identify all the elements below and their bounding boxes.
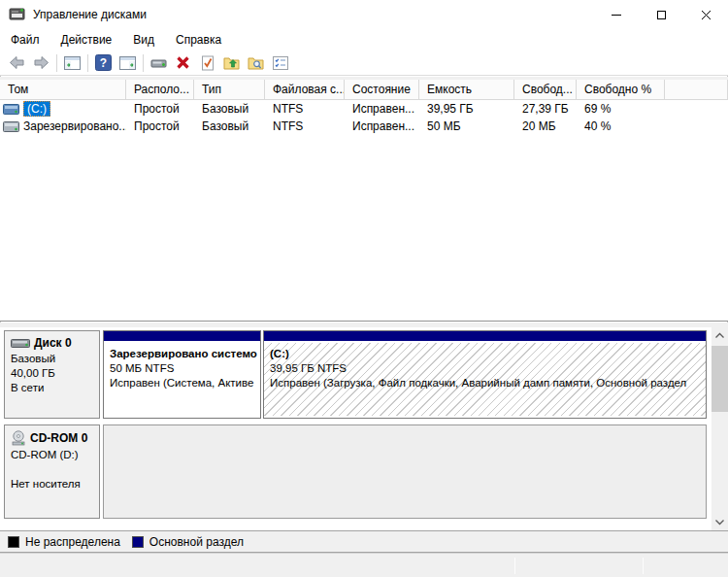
cdrom-media-area[interactable] — [103, 424, 707, 519]
legend-label: Не распределена — [25, 535, 120, 549]
menu-action[interactable]: Действие — [50, 30, 123, 50]
legend-bar: Не распределена Основной раздел — [0, 530, 728, 553]
status-cell: Исправен... — [345, 102, 419, 116]
column-header-empty[interactable] — [665, 80, 728, 99]
disk0-name: Диск 0 — [34, 336, 72, 350]
show-console-tree-icon — [64, 56, 81, 70]
type-cell: Базовый — [194, 102, 265, 116]
free-cell: 20 МБ — [514, 119, 577, 133]
folder-search-icon — [248, 55, 264, 70]
toolbar: ? — [0, 51, 728, 76]
disk-management-window: Управление дисками Файл Действие Вид Спр… — [0, 0, 728, 577]
delete-volume-button[interactable] — [171, 52, 195, 74]
cdrom-letter: CD-ROM (D:) — [11, 448, 93, 462]
statusbar-divider — [643, 558, 644, 574]
disk-view-icon — [150, 56, 168, 70]
disk0-status: В сети — [11, 381, 93, 395]
partition-info: Зарезервировано системо 50 МБ NTFS Испра… — [104, 343, 260, 416]
app-disk-icon — [9, 7, 26, 22]
volume-row-reserved[interactable]: Зарезервировано... Простой Базовый NTFS … — [0, 118, 728, 135]
unallocated-swatch — [8, 536, 19, 548]
show-action-pane-button[interactable] — [116, 52, 140, 74]
menu-file[interactable]: Файл — [0, 30, 50, 50]
properties-button[interactable] — [268, 52, 292, 74]
partition-c[interactable]: (C:) 39,95 ГБ NTFS Исправен (Загрузка, Ф… — [263, 330, 707, 419]
minimize-button[interactable] — [594, 0, 639, 29]
toolbar-separator — [143, 54, 144, 72]
volume-name-selected[interactable]: (C:) — [23, 101, 50, 117]
explore-folder-button[interactable] — [244, 52, 268, 74]
disk0-header[interactable]: Диск 0 Базовый 40,00 ГБ В сети — [4, 330, 100, 419]
partition-color-bar — [264, 331, 706, 343]
close-button[interactable] — [683, 0, 728, 29]
volume-name-cell: Зарезервировано... — [0, 119, 126, 133]
type-cell: Базовый — [194, 119, 265, 133]
scrollbar-thumb[interactable] — [711, 346, 728, 412]
titlebar: Управление дисками — [0, 0, 728, 29]
toolbar-separator — [56, 54, 57, 72]
status-cell: Исправен... — [345, 119, 419, 133]
cdrom-drive-icon — [11, 430, 26, 446]
column-header-free-pct[interactable]: Свободно % — [577, 80, 665, 99]
volume-list-header: Том Располо... Тип Файловая с... Состоян… — [0, 80, 728, 100]
forward-icon — [33, 55, 50, 70]
column-header-capacity[interactable]: Емкость — [419, 80, 514, 99]
menu-help[interactable]: Справка — [165, 30, 232, 50]
forward-button[interactable] — [29, 52, 53, 74]
cdrom-header[interactable]: CD-ROM 0 CD-ROM (D:) Нет носителя — [4, 424, 100, 519]
primary-partition-swatch — [132, 536, 144, 548]
volume-list: (C:) Простой Базовый NTFS Исправен... 39… — [0, 100, 728, 322]
disk-view-button[interactable] — [147, 52, 171, 74]
partition-status: Исправен (Загрузка, Файл подкачки, Авари… — [270, 376, 700, 390]
statusbar-divider — [514, 558, 515, 574]
window-title: Управление дисками — [33, 8, 147, 21]
menu-view[interactable]: Вид — [122, 30, 165, 50]
column-header-volume[interactable]: Том — [0, 80, 126, 99]
column-header-filesystem[interactable]: Файловая с... — [265, 80, 345, 99]
properties-list-icon — [273, 56, 288, 70]
free-pct-cell: 40 % — [577, 119, 665, 133]
column-header-status[interactable]: Состояние — [345, 80, 419, 99]
check-document-button[interactable] — [195, 52, 219, 74]
legend-item-unallocated: Не распределена — [8, 535, 120, 549]
show-console-tree-button[interactable] — [60, 52, 84, 74]
capacity-cell: 50 МБ — [419, 119, 514, 133]
partition-title: (C:) — [270, 346, 700, 361]
cdrom-blank-line — [11, 462, 93, 477]
volume-disk-icon — [3, 120, 19, 133]
free-pct-cell: 69 % — [577, 102, 665, 116]
partition-system-reserved[interactable]: Зарезервировано системо 50 МБ NTFS Испра… — [103, 330, 261, 419]
partition-color-bar — [104, 331, 260, 343]
help-button[interactable]: ? — [91, 52, 116, 74]
layout-cell: Простой — [126, 102, 194, 116]
capacity-cell: 39,95 ГБ — [419, 102, 514, 116]
volume-row-c[interactable]: (C:) Простой Базовый NTFS Исправен... 39… — [0, 100, 728, 118]
volume-name: Зарезервировано... — [23, 119, 126, 133]
column-header-free[interactable]: Свобод... — [514, 80, 577, 99]
help-icon: ? — [95, 54, 112, 71]
disk0-type: Базовый — [11, 352, 93, 366]
back-button[interactable] — [5, 52, 29, 74]
cdrom-media-status: Нет носителя — [11, 477, 93, 492]
close-icon — [701, 10, 711, 20]
graphical-view: Диск 0 Базовый 40,00 ГБ В сети Зарезерви… — [0, 327, 728, 530]
disk-drive-icon — [11, 338, 30, 349]
chevron-down-icon — [714, 519, 725, 526]
legend-item-primary: Основной раздел — [132, 535, 244, 549]
scroll-up-button[interactable] — [711, 327, 728, 344]
partition-size: 50 МБ NTFS — [110, 361, 254, 376]
column-header-type[interactable]: Тип — [194, 80, 265, 99]
back-icon — [9, 55, 25, 70]
status-bar — [0, 553, 728, 577]
graph-vertical-scrollbar[interactable] — [711, 327, 728, 530]
chevron-up-icon — [714, 332, 725, 339]
maximize-button[interactable] — [639, 0, 683, 29]
scroll-down-button[interactable] — [711, 514, 728, 530]
volume-name-cell: (C:) — [0, 101, 126, 117]
minimize-icon — [612, 15, 621, 16]
open-folder-button[interactable] — [219, 52, 244, 74]
partition-size: 39,95 ГБ NTFS — [270, 361, 700, 376]
column-header-layout[interactable]: Располо... — [126, 80, 194, 99]
svg-text:?: ? — [100, 56, 107, 70]
partition-info: (C:) 39,95 ГБ NTFS Исправен (Загрузка, Ф… — [264, 343, 706, 416]
